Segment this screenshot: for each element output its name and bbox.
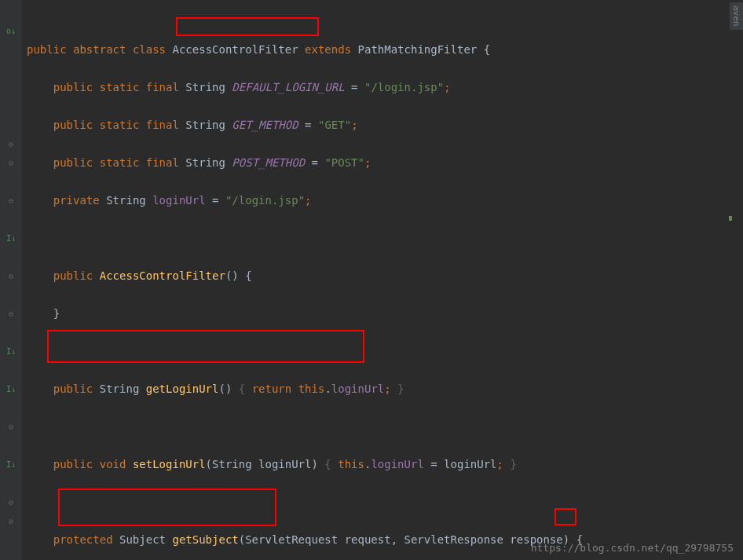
- collapse-gutter-icon[interactable]: ⊖: [0, 417, 22, 436]
- maven-tool-tab[interactable]: aven: [730, 2, 743, 30]
- collapse-gutter-icon[interactable]: ⊖: [0, 511, 22, 530]
- collapse-gutter-icon[interactable]: ⊖: [0, 134, 22, 153]
- minimap-marker: [729, 216, 732, 221]
- collapse-gutter-icon[interactable]: ⊖: [0, 191, 22, 210]
- implements-gutter-icon[interactable]: I↓: [0, 342, 22, 361]
- collapse-gutter-icon[interactable]: ⊖: [0, 492, 22, 511]
- code-editor: o↓ ⊖ ⊖ ⊖ I↓ ⊖ ⊖ I↓ I↓ ⊖ I↓ ⊖ ⊖ public ab…: [0, 0, 743, 560]
- override-gutter-icon[interactable]: o↓: [0, 21, 22, 40]
- implements-gutter-icon[interactable]: I↓: [0, 229, 22, 247]
- watermark-text: https://blog.csdn.net/qq_29798755: [531, 542, 734, 554]
- code-line: public AccessControlFilter() {: [27, 266, 743, 285]
- code-content[interactable]: public abstract class AccessControlFilte…: [22, 0, 743, 560]
- code-line: private String loginUrl = "/login.jsp";: [27, 191, 743, 210]
- collapse-gutter-icon[interactable]: ⊖: [0, 266, 22, 285]
- collapse-gutter-icon[interactable]: ⊖: [0, 153, 22, 172]
- code-line: public static final String GET_METHOD = …: [27, 115, 743, 134]
- code-line: public void setLoginUrl(String loginUrl)…: [27, 455, 743, 474]
- highlight-box-onAccessDenied-call: [555, 508, 576, 525]
- code-line: }: [27, 304, 743, 323]
- code-line: public String getLoginUrl() { return thi…: [27, 379, 743, 398]
- collapse-gutter-icon[interactable]: ⊖: [0, 304, 22, 323]
- implements-gutter-icon[interactable]: I↓: [0, 379, 22, 398]
- code-line: public static final String POST_METHOD =…: [27, 153, 743, 172]
- gutter: o↓ ⊖ ⊖ ⊖ I↓ ⊖ ⊖ I↓ I↓ ⊖ I↓ ⊖ ⊖: [0, 0, 22, 560]
- implements-gutter-icon[interactable]: I↓: [0, 455, 22, 474]
- highlight-box-class-name: [176, 17, 319, 36]
- code-line: public abstract class AccessControlFilte…: [27, 40, 743, 59]
- code-line: public static final String DEFAULT_LOGIN…: [27, 78, 743, 97]
